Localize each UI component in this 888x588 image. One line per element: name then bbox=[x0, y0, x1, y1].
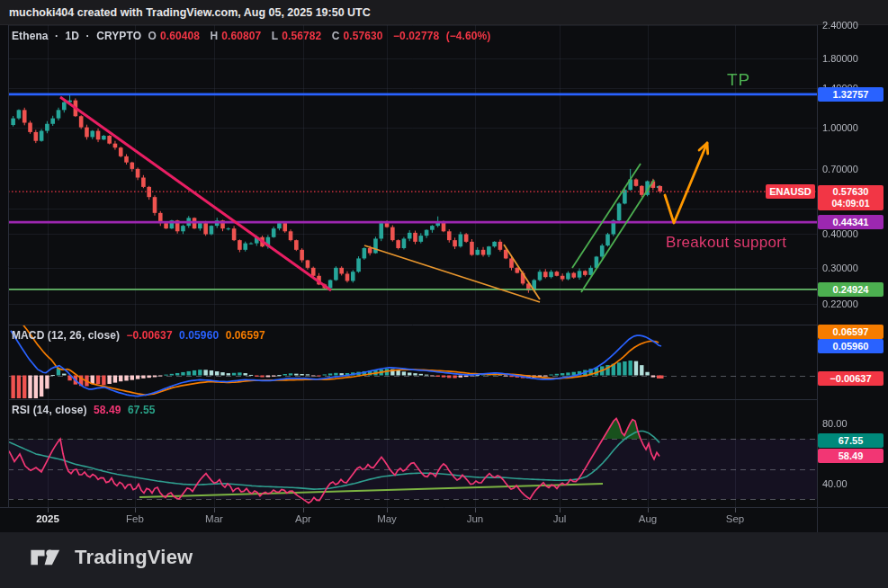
chart-canvas[interactable] bbox=[0, 0, 888, 588]
rsi-title: RSI (14, close) bbox=[12, 404, 87, 416]
ohlc-close-value: 0.57630 bbox=[344, 30, 383, 42]
legend-separator: · bbox=[55, 30, 58, 42]
price-level-badge: 0.44341 bbox=[818, 215, 884, 229]
macd-legend: MACD (12, 26, close) −0.00637 0.05960 0.… bbox=[12, 329, 269, 342]
last-price-value: 0.57630 bbox=[818, 186, 884, 198]
symbol-interval: 1D bbox=[66, 30, 80, 42]
price-scale-label: 0.30000 bbox=[822, 263, 858, 273]
change-percent: (−4.60%) bbox=[446, 30, 491, 42]
rsi-scale-label: 80.00 bbox=[822, 418, 848, 429]
last-price-badge: 0.5763004:09:01 bbox=[818, 185, 884, 210]
price-level-badge: 0.24924 bbox=[818, 282, 884, 297]
symbol-market: CRYPTO bbox=[96, 30, 141, 42]
symbol-name: Ethena bbox=[12, 30, 49, 42]
time-label-month: Apr bbox=[295, 513, 311, 524]
ohlc-high-value: 0.60807 bbox=[221, 30, 261, 42]
attribution-text: muchoki404 created with TradingView.com,… bbox=[9, 6, 371, 19]
tradingview-logo-icon bbox=[30, 544, 66, 571]
macd-line-value: 0.05960 bbox=[179, 329, 219, 342]
breakout-support-annotation: Breakout support bbox=[666, 234, 786, 252]
time-label-month: Aug bbox=[639, 513, 657, 524]
macd-hist-value: −0.00637 bbox=[126, 329, 172, 342]
ohlc-low-value: 0.56782 bbox=[282, 30, 321, 42]
tp-annotation: TP bbox=[727, 70, 750, 90]
legend-separator: · bbox=[86, 30, 90, 42]
price-level-badge: 1.32757 bbox=[818, 87, 884, 102]
macd-value-badge: −0.00637 bbox=[818, 371, 884, 386]
rsi-value: 58.49 bbox=[94, 404, 121, 416]
tradingview-logo: TradingView bbox=[30, 544, 193, 571]
rsi-value-badge: 67.55 bbox=[818, 433, 884, 448]
tradingview-snapshot: muchoki404 created with TradingView.com,… bbox=[0, 0, 888, 588]
ohlc-open-value: 0.60408 bbox=[160, 30, 200, 42]
time-label-month: Sep bbox=[726, 513, 744, 524]
time-label-month: Mar bbox=[205, 513, 223, 524]
rsi-legend: RSI (14, close) 58.49 67.55 bbox=[12, 404, 158, 416]
symbol-legend: Ethena · 1D · CRYPTO O0.60408 H0.60807 L… bbox=[12, 30, 494, 42]
macd-value-badge: 0.06597 bbox=[818, 325, 884, 339]
ohlc-close-label: C bbox=[332, 30, 340, 42]
macd-title: MACD (12, 26, close) bbox=[12, 329, 120, 342]
time-label-month: Jul bbox=[553, 513, 567, 524]
bar-countdown: 04:09:01 bbox=[818, 198, 884, 209]
time-label-month: Jun bbox=[467, 513, 484, 524]
price-scale-label: 1.00000 bbox=[822, 122, 858, 133]
tradingview-logo-text: TradingView bbox=[75, 546, 193, 569]
price-scale-label: 0.22000 bbox=[822, 298, 858, 309]
change-value: −0.02778 bbox=[393, 30, 439, 42]
rsi-scale-label: 40.00 bbox=[822, 478, 848, 489]
price-scale-label: 0.70000 bbox=[822, 164, 858, 174]
time-scale[interactable] bbox=[0, 508, 817, 532]
ohlc-low-label: L bbox=[272, 30, 278, 42]
attribution-bar: muchoki404 created with TradingView.com,… bbox=[0, 0, 888, 25]
price-scale-label: 2.40000 bbox=[822, 20, 858, 31]
macd-value-badge: 0.05960 bbox=[818, 339, 884, 353]
rsi-value-badge: 58.49 bbox=[818, 449, 884, 463]
time-label-month: May bbox=[377, 513, 397, 524]
time-label-year: 2025 bbox=[36, 513, 59, 524]
ohlc-high-label: H bbox=[210, 30, 218, 42]
price-scale-label: 0.40000 bbox=[822, 228, 858, 239]
macd-signal-value: 0.06597 bbox=[226, 329, 265, 342]
logo-bar: TradingView bbox=[0, 532, 888, 588]
symbol-price-tag: ENAUSD bbox=[766, 184, 815, 199]
rsi-ma-value: 67.55 bbox=[128, 404, 156, 416]
ohlc-open-label: O bbox=[148, 30, 157, 42]
time-label-month: Feb bbox=[126, 513, 144, 524]
price-scale-label: 1.80000 bbox=[822, 53, 858, 64]
